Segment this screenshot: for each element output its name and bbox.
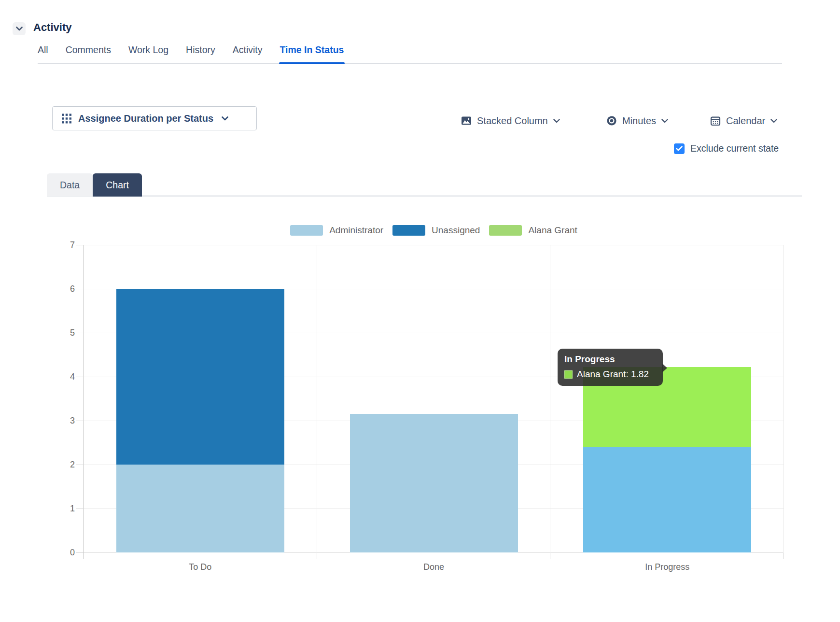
x-axis-tick: [550, 553, 550, 559]
y-axis-line: [83, 245, 84, 559]
y-axis-tick-label: 2: [56, 459, 75, 470]
calendar-dropdown[interactable]: Calendar: [710, 110, 777, 131]
x-axis-tick: [317, 553, 317, 559]
tooltip-series-swatch: [564, 370, 573, 379]
collapse-activity-button[interactable]: [13, 22, 26, 35]
chevron-down-icon: [661, 119, 668, 123]
gridline-horizontal: [84, 245, 784, 245]
bar-segment-done-administrator[interactable]: [350, 414, 518, 552]
x-axis-label-to-do: To Do: [189, 562, 211, 572]
y-axis-tick: [76, 333, 83, 333]
report-type-label: Assignee Duration per Status: [78, 113, 213, 124]
legend-item-unassigned[interactable]: Unassigned: [392, 225, 480, 236]
chevron-down-icon: [770, 119, 777, 123]
tab-history[interactable]: History: [186, 44, 215, 56]
tab-time-in-status[interactable]: Time In Status: [280, 44, 344, 56]
tab-data[interactable]: Data: [47, 173, 93, 197]
y-axis-tick-label: 3: [56, 415, 75, 426]
y-axis-tick: [76, 245, 83, 245]
legend-swatch: [489, 225, 522, 236]
chart-legend: AdministratorUnassignedAlana Grant: [84, 225, 784, 236]
time-unit-dropdown[interactable]: Minutes: [606, 110, 668, 131]
y-axis-tick-label: 0: [56, 547, 75, 558]
y-axis-tick: [76, 377, 83, 377]
report-type-dropdown[interactable]: Assignee Duration per Status: [52, 106, 257, 130]
gridline-vertical: [550, 245, 550, 552]
view-mode-tabs: Data Chart: [47, 173, 142, 197]
y-axis-tick-label: 4: [56, 371, 75, 382]
y-axis-tick-label: 7: [56, 240, 75, 250]
y-axis-tick: [76, 289, 83, 289]
check-icon: [676, 146, 683, 151]
image-icon: [461, 115, 472, 126]
time-in-status-panel: Activity AllCommentsWork LogHistoryActiv…: [0, 0, 840, 622]
x-axis-tick: [784, 553, 784, 559]
chart-type-label: Stacked Column: [477, 115, 548, 127]
chart-tooltip: In Progress Alana Grant: 1.82: [558, 349, 663, 386]
tab-activity[interactable]: Activity: [233, 44, 263, 56]
legend-item-administrator[interactable]: Administrator: [290, 225, 383, 236]
legend-swatch: [392, 225, 425, 236]
stacked-column-chart: 01234567To DoDoneIn Progress In Progress…: [84, 245, 784, 552]
bar-segment-in-progress-administrator[interactable]: [583, 447, 751, 552]
chevron-down-icon: [16, 27, 23, 31]
exclude-current-state-option[interactable]: Exclude current state: [674, 143, 779, 154]
calendar-label: Calendar: [726, 115, 765, 127]
gridline-vertical: [317, 245, 317, 552]
legend-label: Alana Grant: [528, 225, 577, 236]
x-axis-label-done: Done: [423, 562, 444, 572]
y-axis-tick: [76, 552, 83, 553]
gridline-vertical: [784, 245, 784, 552]
tab-all[interactable]: All: [38, 44, 48, 56]
tab-work-log[interactable]: Work Log: [128, 44, 168, 56]
calendar-icon: [710, 115, 721, 126]
tooltip-value-label: Alana Grant: 1.82: [577, 369, 649, 380]
y-axis-tick-label: 6: [56, 283, 75, 294]
grid-icon: [61, 113, 72, 124]
tab-chart[interactable]: Chart: [93, 173, 142, 197]
legend-label: Unassigned: [432, 225, 480, 236]
bar-segment-to-do-administrator[interactable]: [116, 465, 284, 552]
eye-icon: [606, 115, 617, 126]
time-unit-label: Minutes: [622, 115, 656, 127]
legend-swatch: [290, 225, 323, 236]
bar-segment-to-do-unassigned[interactable]: [116, 289, 284, 465]
section-divider: [47, 195, 802, 197]
chevron-down-icon: [553, 119, 560, 123]
activity-tab-strip: AllCommentsWork LogHistoryActivityTime I…: [38, 44, 782, 64]
tooltip-category: In Progress: [564, 354, 656, 365]
exclude-current-state-label: Exclude current state: [690, 143, 779, 154]
y-axis-tick-label: 1: [56, 503, 75, 514]
legend-item-alana-grant[interactable]: Alana Grant: [489, 225, 577, 236]
x-axis-label-in-progress: In Progress: [645, 562, 689, 572]
activity-section-title: Activity: [33, 21, 71, 34]
chevron-down-icon: [222, 116, 228, 121]
y-axis-tick-label: 5: [56, 327, 75, 338]
y-axis-tick: [76, 421, 83, 421]
chart-type-dropdown[interactable]: Stacked Column: [461, 110, 560, 131]
y-axis-tick: [76, 465, 83, 465]
legend-label: Administrator: [329, 225, 383, 236]
exclude-current-state-checkbox[interactable]: [674, 143, 685, 154]
tab-comments[interactable]: Comments: [66, 44, 111, 56]
y-axis-tick: [76, 509, 83, 509]
